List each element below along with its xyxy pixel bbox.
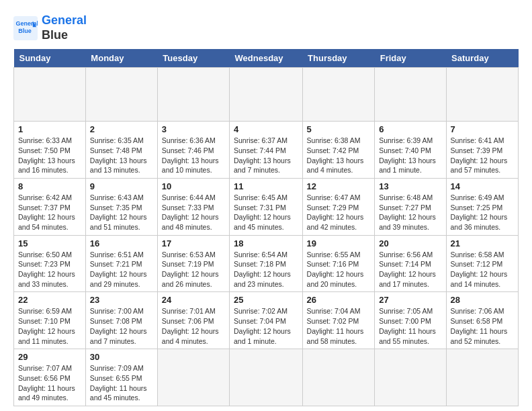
day-info: Sunrise: 6:42 AM Sunset: 7:37 PM Dayligh…	[18, 193, 81, 232]
day-number: 4	[234, 124, 298, 134]
table-row: 29Sunrise: 7:07 AM Sunset: 6:56 PM Dayli…	[14, 349, 86, 406]
col-thursday: Thursday	[302, 49, 375, 68]
table-row: 27Sunrise: 7:05 AM Sunset: 7:00 PM Dayli…	[375, 292, 446, 349]
day-info: Sunrise: 6:49 AM Sunset: 7:25 PM Dayligh…	[451, 193, 514, 232]
day-info: Sunrise: 6:33 AM Sunset: 7:50 PM Dayligh…	[18, 136, 81, 175]
table-row: 15Sunrise: 6:50 AM Sunset: 7:23 PM Dayli…	[14, 235, 86, 292]
table-row: 10Sunrise: 6:44 AM Sunset: 7:33 PM Dayli…	[157, 178, 229, 235]
page-header: General Blue GeneralBlue	[13, 13, 519, 42]
day-number: 20	[379, 238, 441, 248]
day-info: Sunrise: 7:00 AM Sunset: 7:08 PM Dayligh…	[90, 306, 153, 346]
table-row	[157, 349, 229, 406]
logo: General Blue GeneralBlue	[13, 13, 87, 42]
table-row: 19Sunrise: 6:55 AM Sunset: 7:16 PM Dayli…	[302, 235, 375, 292]
day-number: 14	[451, 181, 514, 191]
day-number: 24	[162, 295, 225, 305]
calendar-table: Sunday Monday Tuesday Wednesday Thursday…	[13, 49, 519, 406]
day-info: Sunrise: 7:02 AM Sunset: 7:04 PM Dayligh…	[234, 306, 298, 346]
table-row	[157, 68, 229, 122]
calendar-week-row: 22Sunrise: 6:59 AM Sunset: 7:10 PM Dayli…	[14, 292, 519, 349]
day-info: Sunrise: 6:47 AM Sunset: 7:29 PM Dayligh…	[307, 193, 371, 232]
table-row: 1Sunrise: 6:33 AM Sunset: 7:50 PM Daylig…	[14, 122, 86, 179]
table-row: 18Sunrise: 6:54 AM Sunset: 7:18 PM Dayli…	[230, 235, 303, 292]
calendar-week-row: 15Sunrise: 6:50 AM Sunset: 7:23 PM Dayli…	[14, 235, 519, 292]
table-row: 17Sunrise: 6:53 AM Sunset: 7:19 PM Dayli…	[157, 235, 229, 292]
table-row	[230, 349, 303, 406]
table-row: 6Sunrise: 6:39 AM Sunset: 7:40 PM Daylig…	[375, 122, 446, 179]
day-info: Sunrise: 6:37 AM Sunset: 7:44 PM Dayligh…	[234, 136, 298, 175]
logo-text: GeneralBlue	[42, 13, 87, 42]
col-sunday: Sunday	[14, 49, 86, 68]
day-number: 22	[18, 295, 81, 305]
table-row: 22Sunrise: 6:59 AM Sunset: 7:10 PM Dayli…	[14, 292, 86, 349]
table-row: 8Sunrise: 6:42 AM Sunset: 7:37 PM Daylig…	[14, 178, 86, 235]
table-row	[446, 349, 518, 406]
day-number: 21	[451, 238, 514, 248]
table-row	[14, 68, 86, 122]
table-row	[375, 349, 446, 406]
day-number: 11	[234, 181, 298, 191]
day-number: 12	[307, 181, 371, 191]
table-row: 13Sunrise: 6:48 AM Sunset: 7:27 PM Dayli…	[375, 178, 446, 235]
day-number: 29	[18, 352, 81, 362]
day-info: Sunrise: 6:50 AM Sunset: 7:23 PM Dayligh…	[18, 250, 81, 289]
table-row: 23Sunrise: 7:00 AM Sunset: 7:08 PM Dayli…	[85, 292, 157, 349]
svg-text:Blue: Blue	[18, 28, 32, 34]
calendar-week-row: 8Sunrise: 6:42 AM Sunset: 7:37 PM Daylig…	[14, 178, 519, 235]
day-number: 27	[379, 295, 441, 305]
table-row: 20Sunrise: 6:56 AM Sunset: 7:14 PM Dayli…	[375, 235, 446, 292]
day-info: Sunrise: 6:38 AM Sunset: 7:42 PM Dayligh…	[307, 136, 371, 175]
day-number: 30	[90, 352, 153, 362]
day-number: 17	[162, 238, 225, 248]
day-info: Sunrise: 6:48 AM Sunset: 7:27 PM Dayligh…	[379, 193, 441, 232]
table-row	[230, 68, 303, 122]
table-row	[446, 68, 518, 122]
table-row: 5Sunrise: 6:38 AM Sunset: 7:42 PM Daylig…	[302, 122, 375, 179]
day-number: 7	[451, 124, 514, 134]
col-monday: Monday	[85, 49, 157, 68]
day-info: Sunrise: 6:43 AM Sunset: 7:35 PM Dayligh…	[90, 193, 153, 232]
day-number: 26	[307, 295, 371, 305]
day-number: 6	[379, 124, 441, 134]
table-row: 9Sunrise: 6:43 AM Sunset: 7:35 PM Daylig…	[85, 178, 157, 235]
day-number: 25	[234, 295, 298, 305]
day-number: 13	[379, 181, 441, 191]
day-number: 1	[18, 124, 81, 134]
table-row: 7Sunrise: 6:41 AM Sunset: 7:39 PM Daylig…	[446, 122, 518, 179]
day-number: 8	[18, 181, 81, 191]
day-info: Sunrise: 6:41 AM Sunset: 7:39 PM Dayligh…	[451, 136, 514, 175]
day-number: 2	[90, 124, 153, 134]
table-row: 14Sunrise: 6:49 AM Sunset: 7:25 PM Dayli…	[446, 178, 518, 235]
table-row	[375, 68, 446, 122]
day-info: Sunrise: 7:07 AM Sunset: 6:56 PM Dayligh…	[18, 363, 81, 403]
col-friday: Friday	[375, 49, 446, 68]
table-row: 28Sunrise: 7:06 AM Sunset: 6:58 PM Dayli…	[446, 292, 518, 349]
day-number: 19	[307, 238, 371, 248]
day-number: 3	[162, 124, 225, 134]
day-info: Sunrise: 6:53 AM Sunset: 7:19 PM Dayligh…	[162, 250, 225, 289]
day-info: Sunrise: 6:54 AM Sunset: 7:18 PM Dayligh…	[234, 250, 298, 289]
logo-icon: General Blue	[13, 16, 38, 40]
table-row	[302, 68, 375, 122]
calendar-week-row: 1Sunrise: 6:33 AM Sunset: 7:50 PM Daylig…	[14, 122, 519, 179]
day-info: Sunrise: 6:51 AM Sunset: 7:21 PM Dayligh…	[90, 250, 153, 289]
day-info: Sunrise: 6:58 AM Sunset: 7:12 PM Dayligh…	[451, 250, 514, 289]
table-row: 12Sunrise: 6:47 AM Sunset: 7:29 PM Dayli…	[302, 178, 375, 235]
day-number: 16	[90, 238, 153, 248]
table-row: 30Sunrise: 7:09 AM Sunset: 6:55 PM Dayli…	[85, 349, 157, 406]
col-tuesday: Tuesday	[157, 49, 229, 68]
day-info: Sunrise: 7:09 AM Sunset: 6:55 PM Dayligh…	[90, 363, 153, 403]
day-info: Sunrise: 6:36 AM Sunset: 7:46 PM Dayligh…	[162, 136, 225, 175]
table-row: 16Sunrise: 6:51 AM Sunset: 7:21 PM Dayli…	[85, 235, 157, 292]
calendar-week-row	[14, 68, 519, 122]
col-saturday: Saturday	[446, 49, 518, 68]
day-info: Sunrise: 6:56 AM Sunset: 7:14 PM Dayligh…	[379, 250, 441, 289]
day-info: Sunrise: 6:45 AM Sunset: 7:31 PM Dayligh…	[234, 193, 298, 232]
day-info: Sunrise: 7:05 AM Sunset: 7:00 PM Dayligh…	[379, 306, 441, 346]
day-info: Sunrise: 6:55 AM Sunset: 7:16 PM Dayligh…	[307, 250, 371, 289]
calendar-week-row: 29Sunrise: 7:07 AM Sunset: 6:56 PM Dayli…	[14, 349, 519, 406]
day-number: 18	[234, 238, 298, 248]
table-row	[85, 68, 157, 122]
day-info: Sunrise: 6:44 AM Sunset: 7:33 PM Dayligh…	[162, 193, 225, 232]
col-wednesday: Wednesday	[230, 49, 303, 68]
